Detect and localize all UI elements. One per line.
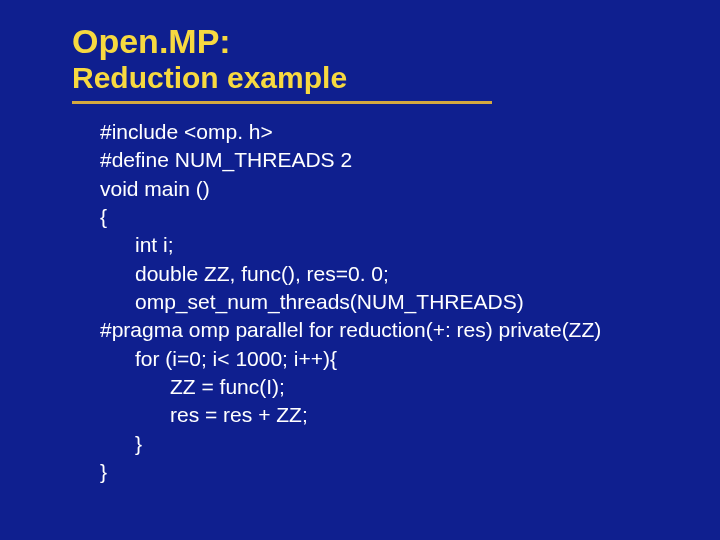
code-line: #define NUM_THREADS 2 xyxy=(100,148,352,171)
code-line: double ZZ, func(), res=0. 0; xyxy=(100,262,389,285)
code-line: res = res + ZZ; xyxy=(100,403,308,426)
code-line: { xyxy=(100,205,107,228)
code-line: for (i=0; i< 1000; i++){ xyxy=(100,347,337,370)
code-line: #include <omp. h> xyxy=(100,120,273,143)
slide-title-line1: Open.MP: xyxy=(72,18,670,61)
slide-title-line2: Reduction example xyxy=(72,61,492,104)
code-line: ZZ = func(I); xyxy=(100,375,285,398)
code-line: } xyxy=(100,460,107,483)
code-line: int i; xyxy=(100,233,174,256)
code-line: void main () xyxy=(100,177,210,200)
code-line: omp_set_num_threads(NUM_THREADS) xyxy=(100,290,524,313)
code-line: } xyxy=(100,432,142,455)
code-line: #pragma omp parallel for reduction(+: re… xyxy=(100,318,601,341)
slide: Open.MP: Reduction example #include <omp… xyxy=(0,0,720,540)
code-block: #include <omp. h> #define NUM_THREADS 2 … xyxy=(100,118,670,486)
